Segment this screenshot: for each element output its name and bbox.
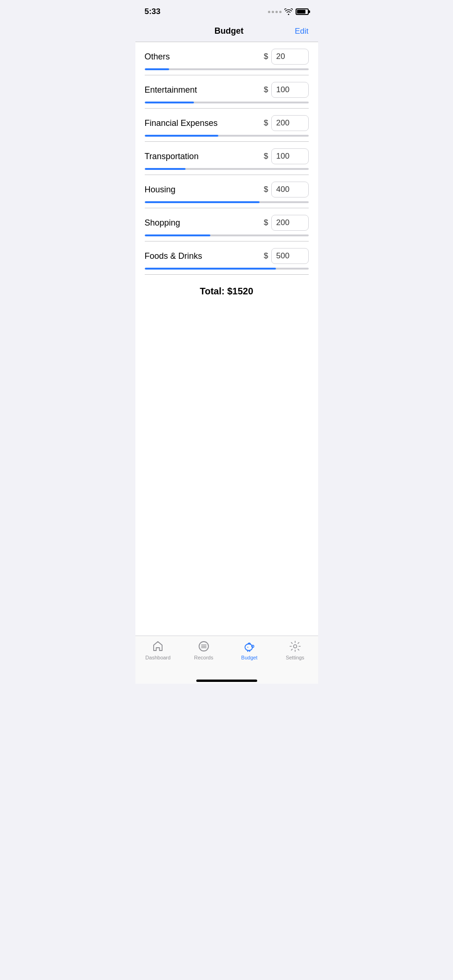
category-name-financial-expenses: Financial Expenses bbox=[145, 118, 218, 128]
svg-point-6 bbox=[247, 647, 248, 648]
home-indicator bbox=[135, 674, 318, 684]
dollar-sign-financial-expenses: $ bbox=[264, 118, 268, 128]
budget-row-financial-expenses: Financial Expenses $ bbox=[135, 109, 318, 142]
category-name-shopping: Shopping bbox=[145, 218, 180, 228]
signal-dots-icon bbox=[268, 11, 282, 13]
progress-bar-transportation bbox=[145, 168, 309, 170]
amount-group-financial-expenses: $ bbox=[264, 115, 308, 131]
amount-input-financial-expenses[interactable] bbox=[271, 115, 309, 131]
progress-fill-transportation bbox=[145, 168, 186, 170]
amount-group-shopping: $ bbox=[264, 215, 308, 231]
dollar-sign-housing: $ bbox=[264, 185, 268, 194]
budget-row-top-housing: Housing $ bbox=[145, 182, 309, 197]
progress-bar-entertainment bbox=[145, 102, 309, 103]
svg-point-4 bbox=[245, 644, 252, 651]
budget-row-top-financial-expenses: Financial Expenses $ bbox=[145, 115, 309, 131]
amount-input-housing[interactable] bbox=[271, 182, 309, 197]
budget-row-top-foods-drinks: Foods & Drinks $ bbox=[145, 248, 309, 264]
svg-point-7 bbox=[293, 645, 297, 648]
settings-icon bbox=[289, 640, 302, 653]
amount-group-others: $ bbox=[264, 49, 308, 65]
progress-bar-shopping bbox=[145, 234, 309, 236]
category-name-foods-drinks: Foods & Drinks bbox=[145, 251, 202, 261]
edit-button[interactable]: Edit bbox=[295, 27, 308, 36]
category-name-housing: Housing bbox=[145, 185, 176, 195]
dollar-sign-foods-drinks: $ bbox=[264, 251, 268, 261]
budget-row-housing: Housing $ bbox=[135, 175, 318, 208]
tab-settings-label: Settings bbox=[286, 655, 304, 660]
dollar-sign-shopping: $ bbox=[264, 218, 268, 227]
amount-input-shopping[interactable] bbox=[271, 215, 309, 231]
amount-input-transportation[interactable] bbox=[271, 148, 309, 164]
tab-dashboard[interactable]: Dashboard bbox=[135, 640, 181, 660]
amount-group-housing: $ bbox=[264, 182, 308, 197]
budget-row-entertainment: Entertainment $ bbox=[135, 75, 318, 109]
progress-bar-others bbox=[145, 68, 309, 70]
signal-dot bbox=[275, 11, 278, 13]
status-time: 5:33 bbox=[145, 7, 161, 16]
budget-row-top-others: Others $ bbox=[145, 49, 309, 65]
budget-row-top-transportation: Transportation $ bbox=[145, 148, 309, 164]
dollar-sign-others: $ bbox=[264, 52, 268, 61]
budget-row-foods-drinks: Foods & Drinks $ bbox=[135, 241, 318, 275]
total-label: Total: $1520 bbox=[200, 286, 253, 296]
progress-fill-foods-drinks bbox=[145, 268, 276, 270]
empty-space bbox=[135, 308, 318, 636]
signal-dot bbox=[279, 11, 282, 13]
status-icons bbox=[268, 8, 309, 15]
progress-fill-housing bbox=[145, 201, 260, 203]
progress-fill-financial-expenses bbox=[145, 135, 219, 137]
tab-records[interactable]: Records bbox=[181, 640, 227, 660]
tab-bar: Dashboard Records bbox=[135, 636, 318, 674]
budget-content: Others $ Entertainment $ bbox=[135, 42, 318, 636]
tab-settings[interactable]: Settings bbox=[272, 640, 318, 660]
progress-fill-entertainment bbox=[145, 102, 194, 103]
budget-rows-container: Others $ Entertainment $ bbox=[135, 42, 318, 275]
wifi-icon bbox=[284, 8, 293, 15]
phone-frame: 5:33 Budget Edit bbox=[135, 0, 318, 684]
battery-icon bbox=[296, 8, 309, 15]
category-name-transportation: Transportation bbox=[145, 152, 199, 161]
progress-bar-financial-expenses bbox=[145, 135, 309, 137]
dollar-sign-transportation: $ bbox=[264, 152, 268, 161]
amount-group-foods-drinks: $ bbox=[264, 248, 308, 264]
total-section: Total: $1520 bbox=[135, 275, 318, 308]
tab-records-label: Records bbox=[194, 655, 213, 660]
page-title: Budget bbox=[215, 26, 244, 36]
dollar-sign-entertainment: $ bbox=[264, 85, 268, 95]
records-icon bbox=[197, 640, 210, 653]
category-name-others: Others bbox=[145, 52, 170, 62]
budget-row-top-entertainment: Entertainment $ bbox=[145, 82, 309, 98]
amount-group-entertainment: $ bbox=[264, 82, 308, 98]
budget-row-others: Others $ bbox=[135, 42, 318, 75]
amount-group-transportation: $ bbox=[264, 148, 308, 164]
signal-dot bbox=[272, 11, 274, 13]
amount-input-others[interactable] bbox=[271, 49, 309, 65]
home-icon bbox=[151, 640, 164, 653]
tab-budget[interactable]: Budget bbox=[227, 640, 273, 660]
budget-row-transportation: Transportation $ bbox=[135, 142, 318, 175]
home-bar bbox=[196, 680, 257, 682]
budget-row-top-shopping: Shopping $ bbox=[145, 215, 309, 231]
progress-fill-others bbox=[145, 68, 170, 70]
status-bar: 5:33 bbox=[135, 0, 318, 21]
signal-dot bbox=[268, 11, 270, 13]
budget-icon bbox=[243, 640, 256, 653]
budget-row-shopping: Shopping $ bbox=[135, 208, 318, 241]
tab-dashboard-label: Dashboard bbox=[145, 655, 171, 660]
category-name-entertainment: Entertainment bbox=[145, 85, 197, 95]
page-header: Budget Edit bbox=[135, 21, 318, 42]
progress-fill-shopping bbox=[145, 234, 210, 236]
tab-budget-label: Budget bbox=[241, 655, 258, 660]
progress-bar-foods-drinks bbox=[145, 268, 309, 270]
battery-fill bbox=[297, 10, 306, 14]
amount-input-foods-drinks[interactable] bbox=[271, 248, 309, 264]
progress-bar-housing bbox=[145, 201, 309, 203]
amount-input-entertainment[interactable] bbox=[271, 82, 309, 98]
